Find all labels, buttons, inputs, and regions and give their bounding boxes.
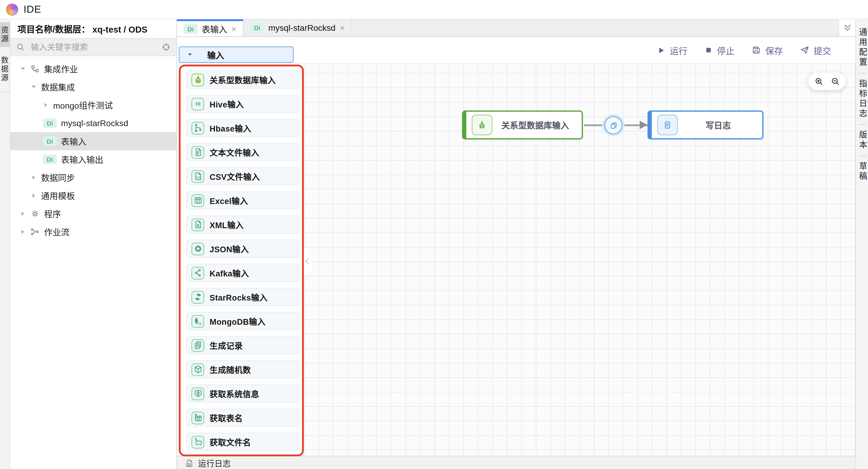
tab-label: mysql-starRocksd [268,23,336,33]
search-input[interactable] [30,42,157,52]
tree-item-label: 通用模板 [41,190,75,202]
tab-label: 表输入 [202,23,227,35]
panel-tab-draft[interactable]: 草稿 [856,156,868,187]
run-button-label: 运行 [670,44,687,57]
submit-button[interactable]: 提交 [800,44,831,57]
caret-down-icon [31,84,37,90]
save-icon [751,45,761,55]
palette-item[interactable]: Kafka输入 [186,264,300,282]
palette-item-label: XML输入 [210,219,244,231]
edge-arrowhead [640,121,648,129]
palette-item[interactable]: JSON输入 [186,240,300,258]
tree-item[interactable]: 集成作业 [10,60,176,78]
close-icon[interactable]: × [340,24,345,32]
panel-tab-general-config[interactable]: 通用配置 [856,22,868,73]
palette-item-label: 获取文件名 [210,436,251,448]
right-panel-bar: 通用配置 指标日志 版本 草稿 [855,19,868,469]
run-log-label[interactable]: 运行日志 [198,457,231,469]
palette-item-label: 文本文件输入 [210,146,259,158]
workflow-icon [30,227,40,237]
palette-item[interactable]: 获取系统信息 [186,384,300,403]
caret-right-icon [20,229,26,235]
tree-item[interactable]: 通用模板 [10,187,176,205]
palette-item-label: 获取系统信息 [210,388,259,400]
save-button[interactable]: 保存 [751,44,783,57]
node-relational-db-input[interactable]: 关系型数据库输入 [462,110,583,139]
table-name-icon [191,411,204,424]
edge-copy-badge[interactable] [604,116,623,135]
search-bar [10,38,176,56]
tree-item[interactable]: 作业流 [10,223,176,241]
palette-item[interactable]: 生成随机数 [186,360,300,378]
di-badge: Di [184,24,197,34]
excel-icon [191,194,204,207]
tree-item[interactable]: mongo组件测试 [10,96,176,114]
top-bar: IDE [0,0,868,19]
file-name-icon [191,436,204,448]
palette-item[interactable]: HiHive输入 [186,95,300,113]
text-file-icon [191,146,204,159]
tree-item[interactable]: 程序 [10,205,176,223]
run-button[interactable]: 运行 [657,44,687,57]
palette-item[interactable]: 获取表名 [186,409,300,427]
tree-item[interactable]: 数据集成 [10,78,176,96]
panel-tab-version[interactable]: 版本 [856,125,868,156]
flow-icon [30,64,40,74]
svg-text:CSV: CSV [195,176,200,179]
palette-item[interactable]: CSVCSV文件输入 [186,167,300,185]
palette-item[interactable]: 关系型数据库输入 [186,71,300,89]
palette-item-label: Hbase输入 [210,122,251,134]
dropdown-caret-icon [187,52,193,57]
caret-right-icon [31,193,37,199]
palette-item[interactable]: 生成记录 [186,336,300,354]
palette-item[interactable]: DBMongoDB输入 [186,312,300,330]
palette-item-label: StarRocks输入 [210,291,268,303]
di-badge: Di [43,136,57,146]
locate-icon[interactable] [161,42,171,52]
tree-item-label: 表输入 [61,135,86,147]
submit-icon [800,45,809,55]
sidebar-tab-resources[interactable]: 资源 [0,22,10,47]
zoom-in-icon[interactable] [814,76,824,86]
close-icon[interactable]: × [231,25,236,33]
tree-item[interactable]: Di表输入 [10,132,176,150]
palette-item[interactable]: Hbase输入 [186,119,300,137]
node-write-log[interactable]: 写日志 [648,110,764,139]
random-number-icon [191,363,204,376]
sidebar-tab-datasources[interactable]: 数据源 [0,53,10,86]
node-label: 关系型数据库输入 [492,119,582,131]
project-header: 项目名称/数据层： xq-test / ODS [10,19,176,38]
palette-item[interactable]: 文本文件输入 [186,143,300,161]
save-button-label: 保存 [765,44,783,57]
palette-item-label: Excel输入 [210,194,248,206]
activity-bar: 资源 数据源 [0,19,10,469]
mongodb-icon: DB [191,315,204,328]
stop-button-label: 停止 [717,44,735,57]
tree-item[interactable]: 数据同步 [10,168,176,187]
db-input-icon [191,73,204,86]
app-logo-icon [6,3,18,15]
tab-mysql-starrocksd[interactable]: Di mysql-starRocksd × [243,19,352,36]
palette-input-dropdown[interactable]: 输入 [179,46,293,63]
tab-table-input[interactable]: Di 表输入 × [177,19,243,36]
palette-item[interactable]: XML输入 [186,215,300,234]
palette-item[interactable]: StarRocks输入 [186,288,300,306]
zoom-out-icon[interactable] [830,76,840,86]
node-label: 写日志 [678,119,762,131]
palette-item[interactable]: Excel输入 [186,191,300,209]
panel-tab-metric-log[interactable]: 指标日志 [856,74,868,124]
json-icon [191,242,204,255]
tree-item[interactable]: Dimysql-starRocksd [10,114,176,132]
palette-item[interactable]: 获取文件名 [186,433,300,451]
palette-item-label: Kafka输入 [210,267,249,279]
palette-item-label: CSV文件输入 [210,170,260,182]
app-title: IDE [24,3,41,15]
kafka-icon [191,267,204,279]
tree-item-label: 程序 [44,208,61,220]
hive-icon: Hi [191,98,204,110]
palette-list: 关系型数据库输入HiHive输入Hbase输入文本文件输入CSVCSV文件输入E… [179,65,304,456]
tree-item[interactable]: Di表输入输出 [10,150,176,168]
collapse-panels-button[interactable] [838,19,855,36]
explorer-panel: 项目名称/数据层： xq-test / ODS 集成作业数据集成mongo组件测… [10,19,177,469]
stop-button[interactable]: 停止 [704,44,735,57]
